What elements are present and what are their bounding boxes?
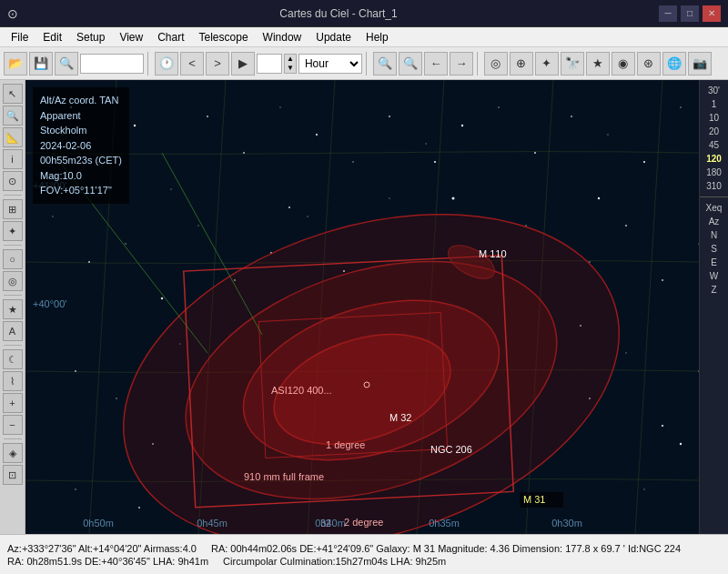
lt-identify-button[interactable]: i xyxy=(3,149,23,169)
lt-const-button[interactable]: ✦ xyxy=(3,221,23,241)
tb-extra2-button[interactable]: ◉ xyxy=(612,52,635,76)
right-scale: 30'1102045120180310XeqAzNSEWZ xyxy=(699,80,728,534)
status-ra-dec: RA: 0h28m51.9s DE:+40°36'45" LHA: 9h41m xyxy=(7,556,208,567)
step-value-input[interactable]: 1 xyxy=(257,54,282,74)
lt-measure-button[interactable]: 📐 xyxy=(3,127,23,147)
scale-item-180[interactable]: 180 xyxy=(706,167,722,177)
status-culmination: Circumpolar Culmination:15h27m04s LHA: 9… xyxy=(223,556,446,567)
info-overlay: Alt/Az coord. TAN Apparent Stockholm 202… xyxy=(33,87,129,204)
menu-window[interactable]: Window xyxy=(256,29,309,45)
tb-save-button[interactable]: 💾 xyxy=(29,52,53,76)
scale-item-20[interactable]: 20 xyxy=(709,126,719,136)
lt-separator-3 xyxy=(4,295,22,296)
tb-find-button[interactable]: ✦ xyxy=(535,52,559,76)
time-unit-select[interactable]: SecondMinuteHourDayWeekMonthYear xyxy=(298,54,362,74)
scale-label-Z[interactable]: Z xyxy=(711,285,716,295)
object-input[interactable]: M31 xyxy=(80,54,144,74)
app-icon: ⊙ xyxy=(7,6,18,21)
scale-label-Xeq[interactable]: Xeq xyxy=(706,203,723,213)
lt-horizon-button[interactable]: ⌇ xyxy=(3,371,23,391)
lt-label-button[interactable]: A xyxy=(3,321,23,341)
scale-item-310[interactable]: 310 xyxy=(706,181,722,191)
window-controls: ─ □ ✕ xyxy=(659,5,721,22)
scale-item-1[interactable]: 1 xyxy=(712,99,717,109)
scale-item-120[interactable]: 120 xyxy=(706,154,722,164)
tb-open-button[interactable]: 📂 xyxy=(4,52,27,76)
step-spinner-down[interactable]: ▼ xyxy=(285,64,296,73)
info-apparent: Apparent xyxy=(40,108,122,124)
lt-grid-button[interactable]: ⊞ xyxy=(3,199,23,219)
lt-extra2-button[interactable]: ⊡ xyxy=(3,465,23,485)
info-coord: Alt/Az coord. TAN xyxy=(40,93,122,108)
tb-zoom-in-button[interactable]: 🔍 xyxy=(373,52,397,76)
window-title: Cartes du Ciel - Chart_1 xyxy=(18,7,659,20)
tb-zoom-prev-button[interactable]: ← xyxy=(424,52,448,76)
close-button[interactable]: ✕ xyxy=(703,5,721,22)
tb-zoom-out-button[interactable]: 🔍 xyxy=(399,52,422,76)
tb-time-now-button[interactable]: 🕐 xyxy=(155,52,178,76)
scale-item-10[interactable]: 10 xyxy=(709,113,719,123)
scale-label-Az[interactable]: Az xyxy=(709,217,720,227)
scale-divider xyxy=(700,196,728,197)
tb-extra3-button[interactable]: ⊛ xyxy=(637,52,661,76)
status-object-info: RA: 00h44m02.06s DE:+41°24'09.6" Galaxy:… xyxy=(211,543,681,554)
tb-time-back-button[interactable]: < xyxy=(180,52,204,76)
scale-label-N[interactable]: N xyxy=(711,230,717,240)
menu-edit[interactable]: Edit xyxy=(35,29,69,45)
lt-separator-2 xyxy=(4,245,22,246)
tb-extra1-button[interactable]: ★ xyxy=(586,52,610,76)
toolbar-separator-1 xyxy=(147,52,151,76)
tb-time-fwd-button[interactable]: > xyxy=(206,52,229,76)
menu-file[interactable]: File xyxy=(4,29,35,45)
step-spinner-up[interactable]: ▲ xyxy=(285,55,296,64)
lt-plus-button[interactable]: + xyxy=(3,393,23,413)
main-area: ↖ 🔍 📐 i ⊙ ⊞ ✦ ○ ◎ ★ A ☾ ⌇ + − ◈ ⊡ Alt/Az… xyxy=(0,80,728,534)
status-row-2: RA: 0h28m51.9s DE:+40°36'45" LHA: 9h41m … xyxy=(0,555,728,568)
menu-help[interactable]: Help xyxy=(359,29,396,45)
menu-view[interactable]: View xyxy=(112,29,150,45)
scale-item-45[interactable]: 45 xyxy=(709,140,719,150)
tb-center-button[interactable]: ◎ xyxy=(484,52,508,76)
info-mag: Mag:10.0 xyxy=(40,168,122,184)
tb-scope-button[interactable]: 🔭 xyxy=(561,52,584,76)
menu-setup[interactable]: Setup xyxy=(69,29,112,45)
tb-zoom-next-button[interactable]: → xyxy=(450,52,473,76)
lt-star-button[interactable]: ★ xyxy=(3,299,23,319)
scale-item-30min[interactable]: 30' xyxy=(708,86,720,96)
info-location: Stockholm xyxy=(40,123,122,138)
lt-planet-button[interactable]: ○ xyxy=(3,249,23,269)
lt-zoom-button[interactable]: 🔍 xyxy=(3,106,23,126)
titlebar: ⊙ Cartes du Ciel - Chart_1 ─ □ ✕ xyxy=(0,0,728,27)
info-fov: FOV:+05°11'17" xyxy=(40,183,122,198)
toolbar: 📂 💾 🔍 M31 🕐 < > ▶ 1 ▲ ▼ SecondMinuteHour… xyxy=(0,47,728,80)
info-date: 2024-02-06 xyxy=(40,138,122,154)
step-spinner[interactable]: ▲ ▼ xyxy=(284,54,297,74)
status-az-alt: Az:+333°27'36" Alt:+14°04'20" Airmass:4.… xyxy=(7,543,197,554)
tb-track-button[interactable]: ⊕ xyxy=(510,52,533,76)
info-time: 00h55m23s (CET) xyxy=(40,153,122,168)
lt-separator-5 xyxy=(4,438,22,439)
lt-fov-button[interactable]: ⊙ xyxy=(3,171,23,191)
toolbar-separator-3 xyxy=(477,52,480,76)
menu-update[interactable]: Update xyxy=(308,29,359,45)
menu-telescope[interactable]: Telescope xyxy=(192,29,256,45)
lt-night-button[interactable]: ☾ xyxy=(3,349,23,369)
scale-label-W[interactable]: W xyxy=(710,271,718,281)
lt-pointer-button[interactable]: ↖ xyxy=(3,84,23,104)
tb-extra5-button[interactable]: 📷 xyxy=(688,52,712,76)
lt-minus-button[interactable]: − xyxy=(3,415,23,435)
lt-extra1-button[interactable]: ◈ xyxy=(3,443,23,463)
tb-extra4-button[interactable]: 🌐 xyxy=(662,52,686,76)
lt-dso-button[interactable]: ◎ xyxy=(3,271,23,291)
menu-chart[interactable]: Chart xyxy=(150,29,191,45)
tb-search-button[interactable]: 🔍 xyxy=(55,52,78,76)
chart-area[interactable]: Alt/Az coord. TAN Apparent Stockholm 202… xyxy=(25,80,699,534)
menubar: FileEditSetupViewChartTelescopeWindowUpd… xyxy=(0,27,728,47)
left-toolbar: ↖ 🔍 📐 i ⊙ ⊞ ✦ ○ ◎ ★ A ☾ ⌇ + − ◈ ⊡ xyxy=(0,80,25,534)
tb-time-play-button[interactable]: ▶ xyxy=(231,52,255,76)
scale-label-E[interactable]: E xyxy=(711,257,717,267)
maximize-button[interactable]: □ xyxy=(681,5,699,22)
minimize-button[interactable]: ─ xyxy=(659,5,677,22)
scale-label-S[interactable]: S xyxy=(711,244,717,254)
statusbar: Az:+333°27'36" Alt:+14°04'20" Airmass:4.… xyxy=(0,534,728,574)
